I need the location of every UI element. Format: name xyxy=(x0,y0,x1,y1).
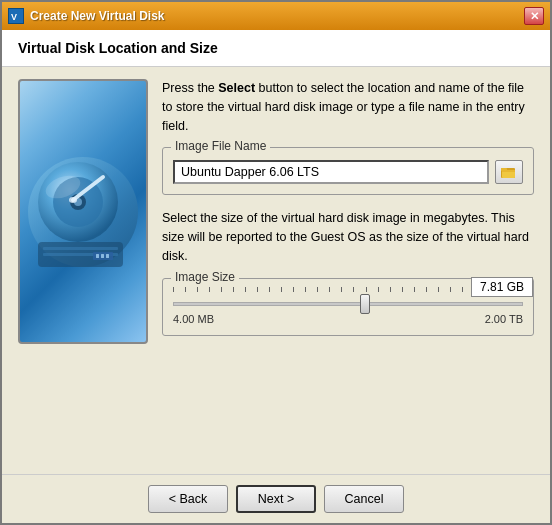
svg-rect-15 xyxy=(101,254,104,258)
close-button[interactable]: ✕ xyxy=(524,7,544,25)
description: Press the Select button to select the lo… xyxy=(162,79,534,135)
file-name-input[interactable] xyxy=(173,160,489,184)
folder-icon xyxy=(501,165,517,179)
tick xyxy=(438,287,439,292)
tick xyxy=(293,287,294,292)
image-file-name-label: Image File Name xyxy=(171,139,270,153)
tick xyxy=(245,287,246,292)
tick xyxy=(390,287,391,292)
image-size-label: Image Size xyxy=(171,270,239,284)
window: V Create New Virtual Disk ✕ Virtual Disk… xyxy=(0,0,552,525)
select-bold: Select xyxy=(218,81,255,95)
size-description: Select the size of the virtual hard disk… xyxy=(162,209,534,265)
footer: < Back Next > Cancel xyxy=(2,474,550,523)
image-file-name-group: Image File Name xyxy=(162,147,534,195)
tick xyxy=(462,287,463,292)
svg-text:V: V xyxy=(11,12,17,22)
content-area: Press the Select button to select the lo… xyxy=(2,67,550,474)
back-button[interactable]: < Back xyxy=(148,485,228,513)
tick xyxy=(257,287,258,292)
title-bar-left: V Create New Virtual Disk xyxy=(8,8,165,24)
image-size-group: Image Size xyxy=(162,278,534,336)
svg-rect-20 xyxy=(502,170,515,172)
browse-button[interactable] xyxy=(495,160,523,184)
tick xyxy=(450,287,451,292)
tick xyxy=(305,287,306,292)
tick xyxy=(378,287,379,292)
slider-value: 7.81 GB xyxy=(471,277,533,297)
file-name-row xyxy=(173,160,523,184)
svg-rect-14 xyxy=(96,254,99,258)
tick xyxy=(281,287,282,292)
svg-point-8 xyxy=(69,197,77,203)
vbox-icon: V xyxy=(8,8,24,24)
right-panel: Press the Select button to select the lo… xyxy=(162,79,534,462)
tick xyxy=(341,287,342,292)
page-header: Virtual Disk Location and Size xyxy=(2,30,550,67)
slider-row: 4.00 MB 2.00 TB 7.81 GB xyxy=(173,287,523,325)
tick xyxy=(269,287,270,292)
tick xyxy=(221,287,222,292)
tick xyxy=(173,287,174,292)
tick xyxy=(197,287,198,292)
slider-labels: 4.00 MB 2.00 TB xyxy=(173,313,523,325)
slider-max-label: 2.00 TB xyxy=(485,313,523,325)
svg-rect-11 xyxy=(43,247,118,250)
tick xyxy=(317,287,318,292)
tick xyxy=(209,287,210,292)
tick xyxy=(185,287,186,292)
disk-image xyxy=(18,79,148,344)
tick xyxy=(353,287,354,292)
tick xyxy=(402,287,403,292)
tick xyxy=(426,287,427,292)
title-bar: V Create New Virtual Disk ✕ xyxy=(2,2,550,30)
tick xyxy=(329,287,330,292)
cancel-button[interactable]: Cancel xyxy=(324,485,404,513)
size-slider[interactable] xyxy=(173,302,523,306)
next-button[interactable]: Next > xyxy=(236,485,316,513)
tick xyxy=(366,287,367,292)
page-title: Virtual Disk Location and Size xyxy=(18,40,534,56)
svg-rect-16 xyxy=(106,254,109,258)
tick xyxy=(233,287,234,292)
slider-min-label: 4.00 MB xyxy=(173,313,214,325)
tick xyxy=(414,287,415,292)
window-title: Create New Virtual Disk xyxy=(30,9,165,23)
